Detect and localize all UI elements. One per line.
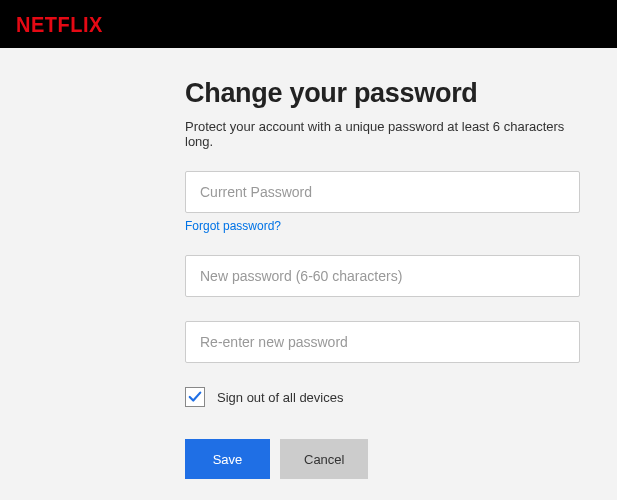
current-password-input[interactable]: [185, 171, 580, 213]
netflix-logo: NETFLIX: [16, 11, 103, 36]
confirm-password-group: [185, 321, 580, 363]
new-password-input[interactable]: [185, 255, 580, 297]
new-password-group: [185, 255, 580, 297]
button-row: Save Cancel: [185, 439, 580, 479]
app-header: NETFLIX: [0, 0, 617, 48]
page-subtitle: Protect your account with a unique passw…: [185, 119, 580, 149]
main-content: Change your password Protect your accoun…: [0, 48, 580, 479]
current-password-group: [185, 171, 580, 213]
forgot-password-link[interactable]: Forgot password?: [185, 219, 281, 233]
save-button[interactable]: Save: [185, 439, 270, 479]
cancel-button[interactable]: Cancel: [280, 439, 368, 479]
confirm-password-input[interactable]: [185, 321, 580, 363]
page-title: Change your password: [185, 78, 580, 109]
signout-checkbox-label: Sign out of all devices: [217, 390, 343, 405]
signout-checkbox-row: Sign out of all devices: [185, 387, 580, 407]
checkmark-icon: [188, 390, 202, 404]
signout-checkbox[interactable]: [185, 387, 205, 407]
